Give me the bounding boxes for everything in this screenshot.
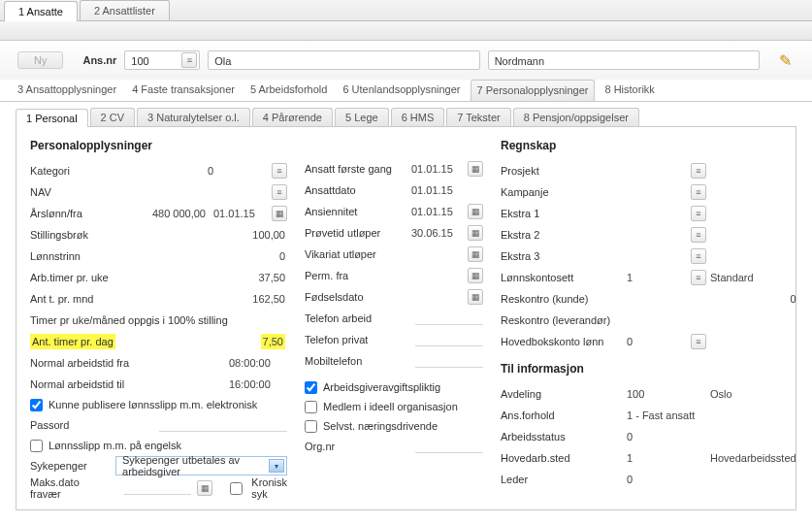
ansattforste-value[interactable]: 01.01.15 xyxy=(411,163,462,175)
subtab-pensjon[interactable]: 8 Pensjon/oppsigelser xyxy=(513,108,639,126)
ansforhold-value: 1 - Fast ansatt xyxy=(627,409,763,421)
leder-value: 0 xyxy=(627,474,685,485)
provetid-value[interactable]: 30.06.15 xyxy=(411,227,462,239)
arbtimer-label: Arb.timer pr. uke xyxy=(30,272,229,283)
heading-regnskap: Regnskap xyxy=(501,139,796,152)
lonnstrinn-value[interactable]: 0 xyxy=(229,250,287,262)
hovedbok-value[interactable]: 0 xyxy=(627,336,685,347)
provetid-label: Prøvetid utløper xyxy=(305,227,411,239)
maksdato-label: Maks.dato fravær xyxy=(30,476,111,500)
tab-utenlandsopplysninger[interactable]: 6 Utenlandsopplysninger xyxy=(337,80,466,101)
subtab-hms[interactable]: 6 HMS xyxy=(391,108,445,126)
kategori-picker[interactable]: ≡ xyxy=(272,163,287,179)
arslonn-date-picker[interactable]: ▦ xyxy=(272,206,287,221)
lonnskonto-extra: Standard xyxy=(702,272,796,283)
lonnstrinn-label: Lønnstrinn xyxy=(30,250,229,262)
engelsk-label: Lønnsslipp m.m. på engelsk xyxy=(49,440,181,451)
arbeidsstatus-label: Arbeidsstatus xyxy=(501,431,627,442)
chevron-down-icon[interactable]: ▾ xyxy=(269,459,284,473)
engelsk-checkbox-row: Lønnsslipp m.m. på engelsk xyxy=(30,436,287,455)
ideell-label: Medlem i ideell organisasjon xyxy=(323,401,458,412)
kampanje-picker[interactable]: ≡ xyxy=(691,184,706,200)
firstname-input[interactable]: Ola xyxy=(208,50,479,70)
lonnskonto-value[interactable]: 1 xyxy=(627,272,685,283)
subtab-lege[interactable]: 5 Lege xyxy=(335,108,389,126)
telprivat-input[interactable] xyxy=(415,333,483,346)
prosjekt-picker[interactable]: ≡ xyxy=(691,163,706,179)
ansiennitet-value[interactable]: 01.01.15 xyxy=(411,206,462,217)
nav-picker[interactable]: ≡ xyxy=(272,184,287,200)
publisere-label: Kunne publisere lønnsslipp m.m. elektron… xyxy=(49,399,257,410)
avgift-checkbox[interactable] xyxy=(305,381,317,394)
ekstra2-picker[interactable]: ≡ xyxy=(691,227,706,243)
tab-ansattopplysninger[interactable]: 3 Ansattopplysninger xyxy=(12,80,122,101)
subtab-naturalytelser[interactable]: 3 Naturalytelser o.l. xyxy=(137,108,250,126)
anttmnd-value[interactable]: 162,50 xyxy=(229,293,287,305)
ansnr-picker[interactable]: ≡ xyxy=(181,52,197,68)
ansattforste-label: Ansatt første gang xyxy=(305,163,411,175)
ansnr-input[interactable]: 100 ≡ xyxy=(124,50,200,70)
tab-historikk[interactable]: 8 Historikk xyxy=(599,80,660,101)
arslonn-date[interactable]: 01.01.15 xyxy=(213,208,266,219)
subtab-cv[interactable]: 2 CV xyxy=(90,108,135,126)
hovedbok-picker[interactable]: ≡ xyxy=(691,334,706,349)
sykepenger-label: Sykepenger xyxy=(30,460,102,472)
mobil-input[interactable] xyxy=(415,354,483,368)
maksdato-picker[interactable]: ▦ xyxy=(197,480,212,496)
column-regnskap: Regnskap Prosjekt ≡ Kampanje ≡ Ekstra 1 … xyxy=(501,137,796,500)
lastname-input[interactable]: Nordmann xyxy=(488,50,760,70)
mobil-label: Mobiltelefon xyxy=(305,355,411,367)
tab-ansattlister[interactable]: 2 Ansattlister xyxy=(80,0,170,20)
arbeidsstatus-value: 0 xyxy=(627,431,685,442)
permfra-label: Perm. fra xyxy=(305,270,411,281)
tab-faste-transaksjoner[interactable]: 4 Faste transaksjoner xyxy=(126,80,241,101)
subtab-tekster[interactable]: 7 Tekster xyxy=(446,108,510,126)
app-tabs: 1 Ansatte 2 Ansattlister xyxy=(0,0,812,21)
timerdag-value[interactable]: 7,50 xyxy=(229,334,287,349)
ansattdato-value: 01.01.15 xyxy=(411,184,462,196)
vikariat-picker[interactable]: ▦ xyxy=(468,246,483,262)
subtab-parorende[interactable]: 4 Pårørende xyxy=(252,108,333,126)
stillingsbrok-value: 100,00 xyxy=(229,229,287,241)
avdeling-label: Avdeling xyxy=(501,388,627,400)
ansattdato-label: Ansattdato xyxy=(305,184,411,196)
ansnr-value: 100 xyxy=(131,55,148,67)
maksdato-input[interactable] xyxy=(124,481,191,495)
tab-personalopplysninger[interactable]: 7 Personalopplysninger xyxy=(471,80,596,101)
ansforhold-label: Ans.forhold xyxy=(501,409,627,421)
kronisk-checkbox[interactable] xyxy=(230,482,243,495)
toolbar-strip xyxy=(0,21,812,41)
arbtimer-value[interactable]: 37,50 xyxy=(229,272,287,283)
tab-ansatte[interactable]: 1 Ansatte xyxy=(4,1,78,21)
ideell-checkbox[interactable] xyxy=(305,401,317,413)
new-button[interactable]: Ny xyxy=(17,51,63,69)
ekstra3-picker[interactable]: ≡ xyxy=(691,248,706,264)
engelsk-checkbox[interactable] xyxy=(30,440,43,452)
publisere-checkbox[interactable] xyxy=(30,399,43,411)
arbtil-value[interactable]: 16:00:00 xyxy=(229,378,287,390)
reskontrol-label: Reskontro (leverandør) xyxy=(501,314,685,326)
orgnr-input[interactable] xyxy=(415,440,483,453)
arslonn-value: 480 000,00 xyxy=(140,208,208,219)
passord-input[interactable] xyxy=(159,418,288,432)
edit-icon[interactable]: ✎ xyxy=(775,50,795,70)
arbtil-label: Normal arbeidstid til xyxy=(30,378,229,390)
provetid-picker[interactable]: ▦ xyxy=(468,225,483,241)
permfra-picker[interactable]: ▦ xyxy=(468,268,483,283)
reskontrok-value[interactable]: 0 xyxy=(702,293,796,305)
avdeling-extra: Oslo xyxy=(702,388,796,400)
subtab-personal[interactable]: 1 Personal xyxy=(16,109,88,127)
ekstra1-picker[interactable]: ≡ xyxy=(691,206,706,221)
ansiennitet-label: Ansiennitet xyxy=(305,206,411,217)
fodselsdato-picker[interactable]: ▦ xyxy=(468,289,483,305)
timerdag-label: Ant. timer pr. dag xyxy=(30,334,229,349)
sykepenger-combobox[interactable]: Sykepenger utbetales av arbeidsgiver ▾ xyxy=(115,456,287,475)
tab-arbeidsforhold[interactable]: 5 Arbeidsforhold xyxy=(244,80,334,101)
telprivat-label: Telefon privat xyxy=(305,334,411,345)
arbfra-value[interactable]: 08:00:00 xyxy=(229,357,287,369)
ansiennitet-picker[interactable]: ▦ xyxy=(468,204,483,219)
kategori-value[interactable]: 0 xyxy=(208,165,266,177)
selvst-checkbox[interactable] xyxy=(305,420,317,433)
telarbeid-input[interactable] xyxy=(415,311,483,325)
ansattforste-picker[interactable]: ▦ xyxy=(468,161,483,177)
